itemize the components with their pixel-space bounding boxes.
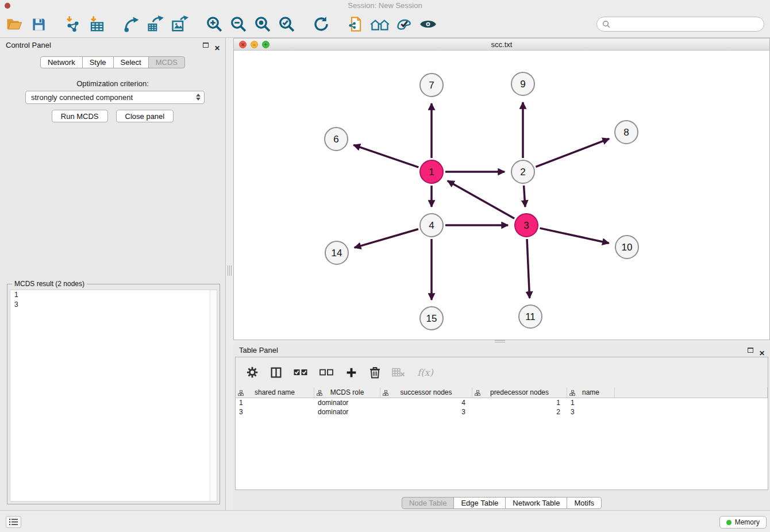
control-panel-header: Control Panel [0,38,225,53]
zoom-fit-button[interactable] [251,13,275,36]
table-settings-button[interactable] [245,365,260,380]
deselect-all-button[interactable] [318,365,335,380]
search-box[interactable] [596,17,764,32]
table-toolbar: f(x) [236,357,768,387]
home-button[interactable] [368,13,392,36]
save-session-button[interactable] [26,13,51,36]
zoom-in-button[interactable] [202,13,226,36]
column-header-MCDS-role[interactable]: MCDS role [314,387,380,398]
export-image-button[interactable] [168,13,192,36]
graph-edge-2-8[interactable] [536,138,609,167]
network-canvas[interactable]: 7968124314101511 [234,51,769,340]
import-network-button[interactable] [61,13,85,36]
zoom-in-icon [206,16,223,33]
table-cell: 3 [567,407,615,417]
memory-button[interactable]: Memory [719,516,767,529]
columns-icon [270,367,282,379]
minimize-network-icon[interactable] [251,41,258,48]
result-scrollbar[interactable] [210,290,217,501]
mcds-result-list[interactable]: 13 [10,290,217,502]
graph-node-14[interactable]: 14 [325,241,348,264]
graph-node-8[interactable]: 8 [615,121,638,144]
add-column-button[interactable] [344,365,359,380]
close-panel-button[interactable]: Close panel [116,110,174,122]
graph-node-7[interactable]: 7 [420,74,443,97]
graph-edge-3-1[interactable] [448,181,514,219]
column-header-name[interactable]: name [567,387,615,398]
tab-style[interactable]: Style [82,56,114,68]
graph-node-15[interactable]: 15 [420,307,443,330]
zoom-selected-button[interactable] [275,13,299,36]
column-header-label: shared name [255,388,295,396]
graph-node-3[interactable]: 3 [515,214,538,237]
apply-function-button[interactable]: f(x) [414,365,436,380]
graph-node-9[interactable]: 9 [511,72,534,95]
criterion-selected-value: strongly connected component [31,93,133,102]
mcds-result-item[interactable]: 3 [10,300,217,310]
criterion-dropdown[interactable]: strongly connected component [25,91,205,104]
graph-node-label: 2 [520,167,525,178]
import-table-button[interactable] [85,13,109,36]
float-table-panel-icon[interactable] [748,348,753,353]
show-graphics-details-button[interactable] [416,13,440,36]
graph-node-6[interactable]: 6 [325,128,348,151]
mcds-result-groupbox: MCDS result (2 nodes) 13 [7,284,220,504]
tab-network-table[interactable]: Network Table [505,497,567,509]
table-row[interactable]: 3dominator323 [236,407,768,417]
tab-mcds[interactable]: MCDS [148,56,185,68]
open-file-button[interactable] [2,13,26,36]
vertical-splitter-handle[interactable] [228,265,232,276]
optimization-criterion-label: Optimization criterion: [0,79,225,88]
zoom-out-button[interactable] [226,13,251,36]
attribute-type-icon [569,390,575,398]
delete-column-button[interactable] [367,365,382,380]
column-header-predecessor-nodes[interactable]: predecessor nodes [472,387,567,398]
graph-edge-2-3[interactable] [524,186,525,207]
apply-style-button[interactable] [392,13,416,36]
show-columns-button[interactable] [268,365,283,380]
table-row[interactable]: 1dominator411 [236,398,768,407]
task-history-button[interactable] [6,516,21,528]
graph-node-2[interactable]: 2 [511,160,534,183]
window-close-icon[interactable] [5,3,10,9]
close-panel-icon[interactable] [214,41,220,56]
export-table-button[interactable] [144,13,168,36]
tab-node-table[interactable]: Node Table [402,497,455,509]
graph-edge-4-14[interactable] [355,229,418,248]
tab-motifs[interactable]: Motifs [567,497,602,509]
table-cell: dominator [314,398,380,407]
graph-node-4[interactable]: 4 [420,214,443,237]
search-input[interactable] [614,20,759,29]
graph-node-11[interactable]: 11 [519,305,542,328]
export-network-button[interactable] [120,13,144,36]
run-mcds-button[interactable]: Run MCDS [52,110,108,122]
column-header-successor-nodes[interactable]: successor nodes [380,387,472,398]
table-cell: dominator [314,407,380,417]
unchecked-boxes-icon [319,367,334,378]
tab-edge-table[interactable]: Edge Table [453,497,506,509]
tab-network[interactable]: Network [40,56,83,68]
export-network-icon [123,16,140,33]
graph-edge-3-10[interactable] [540,228,609,243]
export-document-button[interactable] [344,13,368,36]
float-panel-icon[interactable] [203,43,209,48]
mcds-result-item[interactable]: 1 [10,290,217,300]
graph-node-1[interactable]: 1 [420,160,443,183]
delete-table-icon [392,368,405,377]
export-table-icon [147,16,164,33]
horizontal-splitter-handle[interactable] [495,340,505,342]
column-header-shared-name[interactable]: shared name [236,387,314,398]
graph-edge-1-6[interactable] [353,145,418,167]
maximize-network-icon[interactable] [262,41,270,48]
tab-select[interactable]: Select [113,56,149,68]
graph-node-10[interactable]: 10 [615,236,638,259]
network-window-title: scc.txt [491,40,513,49]
delete-table-button[interactable] [391,365,406,380]
table-cell: 1 [567,398,615,407]
main-toolbar [0,11,770,38]
refresh-view-button[interactable] [309,13,333,36]
memory-label: Memory [735,518,760,526]
select-all-button[interactable] [292,365,309,380]
graph-edge-3-11[interactable] [527,239,530,298]
close-network-icon[interactable] [239,41,247,48]
